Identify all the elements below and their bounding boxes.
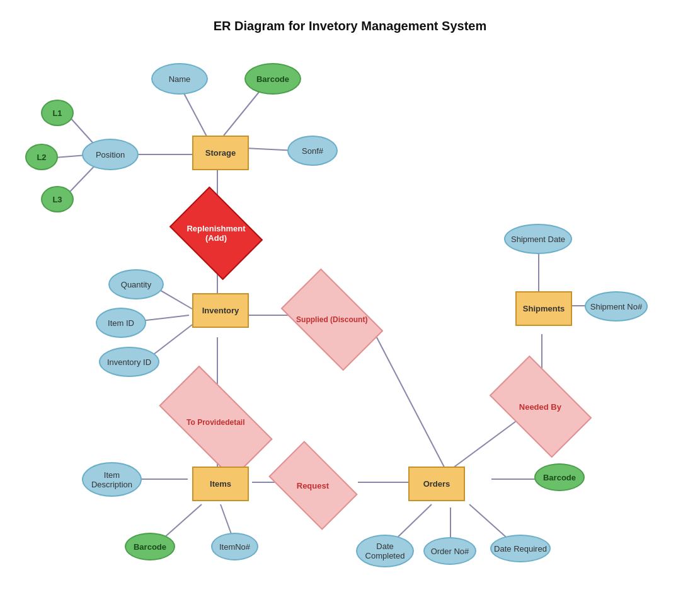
replenishment-node: Replenishment (Add) xyxy=(169,187,263,280)
position-node: Position xyxy=(82,139,139,170)
item-id-node: Item ID xyxy=(96,308,146,338)
l3-node: L3 xyxy=(41,186,74,212)
svg-line-13 xyxy=(372,328,450,479)
l1-node: L1 xyxy=(41,100,74,126)
item-no-node: ItemNo# xyxy=(211,533,258,560)
date-required-node: Date Required xyxy=(490,535,551,562)
name-node: Name xyxy=(151,63,208,95)
svg-line-17 xyxy=(163,504,202,539)
to-providedetail-node: To Providedetail xyxy=(159,366,272,479)
supplied-discount-node: Supplied (Discount) xyxy=(281,269,384,371)
sonf-node: Sonf# xyxy=(287,136,338,166)
quantity-node: Quantity xyxy=(108,269,164,299)
l2-node: L2 xyxy=(25,144,58,170)
svg-line-11 xyxy=(151,325,192,356)
inventory-node: Inventory xyxy=(192,293,249,328)
barcode-storage-node: Barcode xyxy=(244,63,301,95)
item-description-node: Item Description xyxy=(82,462,142,497)
barcode-orders-node: Barcode xyxy=(534,463,585,491)
needed-by-node: Needed By xyxy=(490,356,592,458)
request-node: Request xyxy=(268,441,357,530)
svg-line-1 xyxy=(224,85,265,136)
shipment-no-node: Shipment No# xyxy=(585,291,648,322)
storage-node: Storage xyxy=(192,136,249,170)
items-node: Items xyxy=(192,467,249,501)
svg-line-23 xyxy=(469,504,510,541)
order-no-node: Order No# xyxy=(423,537,476,565)
date-completed-node: Date Completed xyxy=(356,535,414,567)
barcode-items-node: Barcode xyxy=(125,533,175,560)
svg-line-21 xyxy=(394,504,432,541)
diagram-title: ER Diagram for Invetory Management Syste… xyxy=(0,0,700,33)
svg-line-25 xyxy=(450,416,523,470)
shipment-date-node: Shipment Date xyxy=(504,224,572,254)
shipments-node: Shipments xyxy=(515,291,572,326)
orders-node: Orders xyxy=(408,467,465,501)
inventory-id-node: Inventory ID xyxy=(99,347,159,377)
